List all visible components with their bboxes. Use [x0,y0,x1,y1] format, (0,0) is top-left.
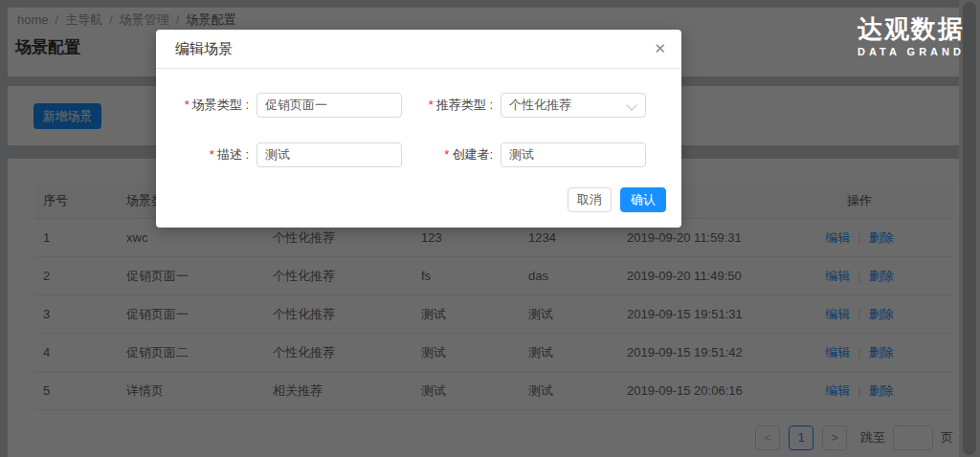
modal-title: 编辑场景 [175,30,233,68]
edit-scene-modal: 编辑场景 ✕ *场景类型 : *推荐类型 : 个性化推荐 *描述 : *创建者:… [156,30,681,228]
chevron-down-icon [626,99,636,110]
required-asterisk: * [444,147,449,162]
field-label-creator: *创建者: [400,142,493,167]
required-asterisk: * [185,98,189,112]
brand-logo-en: DATA GRAND [858,46,965,57]
cancel-button[interactable]: 取消 [568,187,612,212]
app-root: home/主导航/场景管理/场景配置 场景配置 新增场景 序号场景类型操作 1x… [0,0,980,457]
description-input[interactable] [256,142,402,167]
brand-logo-cn: 达观数据 [858,15,965,42]
field-label-recommend-type: *推荐类型 : [400,93,493,118]
creator-input[interactable] [501,142,646,167]
field-label-description: *描述 : [156,142,249,167]
modal-header: 编辑场景 ✕ [156,30,681,69]
required-asterisk: * [429,98,434,112]
required-asterisk: * [210,147,214,162]
brand-logo: 达观数据 DATA GRAND [858,15,965,57]
field-label-scene-type: *场景类型 : [156,93,249,118]
scene-type-input[interactable] [256,93,402,118]
recommend-type-select[interactable]: 个性化推荐 [501,93,646,118]
confirm-button[interactable]: 确认 [620,187,666,212]
close-icon[interactable]: ✕ [654,40,666,57]
recommend-type-value: 个性化推荐 [509,98,571,112]
